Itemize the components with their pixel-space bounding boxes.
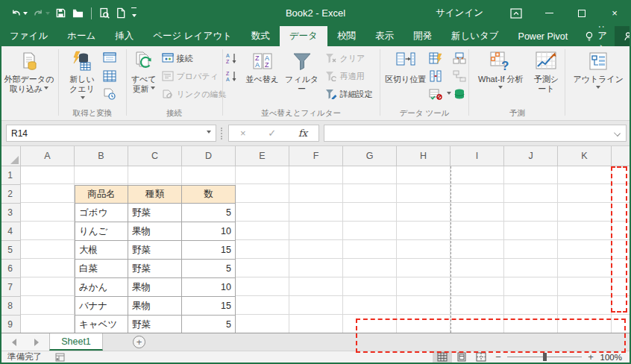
zoom-slider[interactable]	[507, 357, 582, 357]
new-sheet-button[interactable]: +	[133, 336, 145, 348]
cell-d8[interactable]: 15	[182, 297, 236, 316]
data-validation-button[interactable]	[429, 87, 451, 101]
tab-page-layout[interactable]: ページ レイアウト	[143, 26, 242, 46]
remove-duplicates-button[interactable]	[429, 69, 451, 84]
cell-b7[interactable]: みかん	[75, 278, 128, 297]
column-header-b[interactable]: B	[75, 146, 128, 166]
close-button[interactable]: ×	[598, 0, 631, 26]
cell-c7[interactable]: 果物	[128, 278, 182, 297]
formula-bar-resize-handle[interactable]	[221, 128, 224, 139]
sort-ascending-button[interactable]: AZ	[225, 51, 243, 66]
new-document-button[interactable]	[116, 7, 126, 19]
from-table-button[interactable]	[103, 69, 116, 84]
tab-insert[interactable]: 挿入	[105, 26, 143, 46]
filter-button[interactable]: フィルター	[282, 48, 322, 106]
new-query-button[interactable]: 新しいクエリ	[61, 48, 103, 106]
cell-d7[interactable]: 10	[182, 278, 236, 297]
cell-d9[interactable]: 5	[182, 316, 236, 333]
row-header-5[interactable]: 5	[0, 241, 21, 260]
cell-b2[interactable]: 商品名	[75, 185, 128, 204]
refresh-all-button[interactable]: すべて更新	[129, 48, 159, 106]
share-button[interactable]: 共有	[615, 26, 631, 46]
cell-c8[interactable]: 果物	[128, 297, 182, 316]
row-header-3[interactable]: 3	[0, 204, 21, 222]
cell-c2[interactable]: 種類	[128, 185, 182, 204]
maximize-button[interactable]	[565, 0, 598, 26]
cell-c3[interactable]: 野菜	[128, 204, 182, 222]
ribbon-display-options-button[interactable]	[500, 0, 533, 26]
cell-c6[interactable]: 野菜	[128, 260, 182, 278]
recent-sources-button[interactable]	[103, 87, 116, 101]
tell-me-button[interactable]: 操作アシス	[577, 26, 615, 46]
macro-record-icon[interactable]	[55, 353, 65, 362]
text-to-columns-button[interactable]: 区切り位置	[383, 48, 429, 106]
column-header-a[interactable]: A	[21, 146, 75, 166]
cell-b6[interactable]: 白菜	[75, 260, 128, 278]
sheet-tab-sheet1[interactable]: Sheet1	[49, 333, 103, 351]
cell-c5[interactable]: 野菜	[128, 241, 182, 260]
normal-view-button[interactable]	[433, 351, 452, 363]
cell-c4[interactable]: 果物	[128, 222, 182, 241]
manage-data-model-button[interactable]	[453, 87, 466, 101]
open-button[interactable]	[72, 7, 84, 19]
enter-formula-button[interactable]: ✓	[268, 128, 276, 139]
column-header-e[interactable]: E	[236, 146, 289, 166]
tab-developer[interactable]: 開発	[404, 26, 442, 46]
column-header-j[interactable]: J	[504, 146, 558, 166]
column-header-i[interactable]: I	[451, 146, 504, 166]
save-button[interactable]	[55, 7, 66, 19]
consolidate-button[interactable]	[453, 51, 466, 66]
page-layout-view-button[interactable]	[452, 351, 471, 363]
zoom-slider-handle[interactable]	[543, 353, 547, 361]
sort-descending-button[interactable]: ZA	[225, 69, 243, 84]
row-header-1[interactable]: 1	[0, 166, 21, 185]
cell-d5[interactable]: 15	[182, 241, 236, 260]
flash-fill-button[interactable]	[429, 51, 451, 66]
forecast-sheet-button[interactable]: 予測シート	[530, 48, 562, 106]
advanced-filter-button[interactable]: 詳細設定	[325, 87, 373, 101]
row-header-9[interactable]: 9	[0, 316, 21, 333]
cell-d2[interactable]: 数	[182, 185, 236, 204]
print-preview-button[interactable]	[98, 7, 110, 19]
undo-button[interactable]	[10, 7, 28, 19]
tab-view[interactable]: 表示	[365, 26, 404, 46]
name-box[interactable]: R14	[6, 125, 216, 142]
row-header-7[interactable]: 7	[0, 278, 21, 297]
connections-button[interactable]: 接続	[162, 51, 227, 66]
sign-in-button[interactable]: サインイン	[419, 7, 500, 19]
tab-power-pivot[interactable]: Power Pivot	[509, 26, 578, 46]
formula-input[interactable]	[324, 125, 627, 142]
cell-b9[interactable]: キャベツ	[75, 316, 128, 333]
cell-d3[interactable]: 5	[182, 204, 236, 222]
what-if-analysis-button[interactable]: ? What-If 分析	[471, 48, 530, 106]
zoom-out-button[interactable]: −	[491, 351, 506, 363]
outline-button[interactable]: アウトライン	[568, 48, 628, 106]
cell-b5[interactable]: 大根	[75, 241, 128, 260]
cell-b4[interactable]: りんご	[75, 222, 128, 241]
column-header-f[interactable]: F	[289, 146, 343, 166]
zoom-level[interactable]: 100%	[598, 353, 631, 362]
column-header-partial[interactable]	[612, 146, 631, 166]
column-header-h[interactable]: H	[397, 146, 451, 166]
tab-file[interactable]: ファイル	[0, 26, 57, 46]
cell-b3[interactable]: ゴボウ	[75, 204, 128, 222]
cancel-formula-button[interactable]: ×	[240, 128, 246, 139]
tab-review[interactable]: 校閲	[327, 26, 365, 46]
expand-formula-bar-icon[interactable]	[614, 130, 621, 136]
undo-dropdown-icon[interactable]	[23, 12, 28, 17]
tab-new-tab[interactable]: 新しいタブ	[442, 26, 509, 46]
cell-d4[interactable]: 10	[182, 222, 236, 241]
name-box-dropdown-icon[interactable]	[207, 131, 211, 136]
zoom-in-button[interactable]: +	[583, 351, 598, 363]
cell-b8[interactable]: バナナ	[75, 297, 128, 316]
next-sheet-icon[interactable]	[34, 339, 39, 346]
row-header-8[interactable]: 8	[0, 297, 21, 316]
redo-button[interactable]	[33, 7, 50, 19]
tab-formulas[interactable]: 数式	[242, 26, 280, 46]
cell-c9[interactable]: 野菜	[128, 316, 182, 333]
row-header-6[interactable]: 6	[0, 260, 21, 278]
column-header-c[interactable]: C	[128, 146, 182, 166]
from-web-button[interactable]	[103, 51, 116, 66]
sort-button[interactable]: ZAAZ 並べ替え	[243, 48, 282, 106]
column-header-k[interactable]: K	[558, 146, 612, 166]
